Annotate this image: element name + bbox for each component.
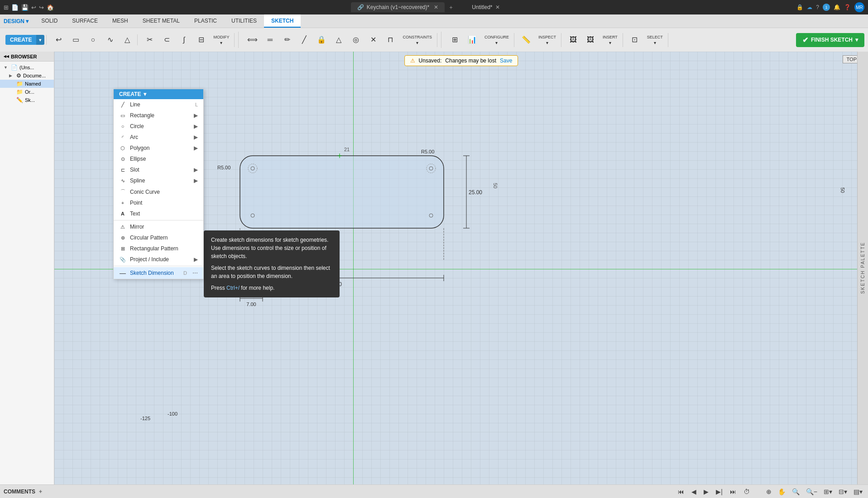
tool-trim[interactable]: ⊂ [158,34,175,45]
tool-scissors[interactable]: ✂ [141,34,158,45]
pan-btn[interactable]: ✋ [776,487,787,496]
tool-triangle[interactable]: △ [331,34,347,45]
tree-item-2[interactable]: 📁 Named [0,80,54,88]
add-comment-icon[interactable]: + [39,488,42,495]
help2-icon[interactable]: ❓ [844,4,851,10]
tool-h-line[interactable]: ═ [262,34,278,45]
playback-next[interactable]: ▶| [714,487,724,496]
modify-dropdown[interactable]: MODIFY▾ [210,33,232,47]
create-button[interactable]: CREATE [5,35,36,45]
tool-slash[interactable]: ╱ [296,34,312,45]
sketch-dimension-options-icon[interactable]: ⋯ [192,270,198,276]
tool-x-mark[interactable]: ✕ [365,34,381,45]
cloud-icon[interactable]: ☁ [807,4,812,10]
save-button[interactable]: Save [500,57,512,64]
playback-play[interactable]: ▶ [702,487,710,496]
menu-item-circle[interactable]: ○ Circle ▶ [114,121,203,132]
tool-lock[interactable]: 🔒 [313,34,330,45]
grid-options[interactable]: ⊟▾ [837,487,849,496]
tab-sheet-metal[interactable]: SHEET METAL [135,14,187,28]
menu-item-point[interactable]: + Point [114,197,203,208]
tool-arc-left[interactable]: ↩ [50,34,67,45]
tab-sketch[interactable]: SKETCH [264,14,301,28]
menu-item-slot[interactable]: ⊏ Slot ▶ [114,164,203,175]
constraints-dropdown[interactable]: CONSTRAINTS▾ [399,33,435,47]
menu-item-rectangle[interactable]: ▭ Rectangle ▶ [114,110,203,121]
tab-solid[interactable]: SOLID [34,14,65,28]
active-tab[interactable]: 🔗 Keychain (v1~recovered)* ✕ [351,2,445,12]
polygon-arrow: ▶ [194,145,198,151]
tab-utilities[interactable]: UTILITIES [224,14,264,28]
inspect-dropdown[interactable]: INSPECT▾ [535,33,559,47]
file-icon[interactable]: 📄 [11,4,19,11]
tool-insert-canvas[interactable]: 🖼 [565,34,581,45]
user-avatar[interactable]: MR [854,2,864,12]
menu-item-mirror[interactable]: ⚠ Mirror [114,221,203,232]
tool-offset[interactable]: ⊟ [193,34,209,45]
tool-ruler[interactable]: 📏 [518,34,534,45]
new-tab-btn[interactable]: ＋ [448,4,454,11]
zoom-out-btn[interactable]: 🔍− [804,487,819,496]
menu-item-ellipse[interactable]: ⊙ Ellipse [114,153,203,164]
zoom-btn[interactable]: 🔍 [790,487,801,496]
configure-dropdown[interactable]: CONFIGURE▾ [481,33,512,47]
undo-icon[interactable]: ↩ [31,4,36,11]
playback-prev[interactable]: ◀ [690,487,698,496]
tool-config2[interactable]: 📊 [464,34,480,45]
tool-bracket[interactable]: ⊓ [382,34,398,45]
tab-plastic[interactable]: PLASTIC [187,14,224,28]
notification-badge[interactable]: 1 [823,4,830,11]
tool-rectangle[interactable]: ▭ [67,34,84,45]
sidebar-collapse-icon[interactable]: ◂◂ [4,53,9,59]
tool-config1[interactable]: ⊞ [447,34,463,45]
checkmark-icon: ✔ [802,36,808,44]
tool-dimension[interactable]: ⟺ [244,34,261,45]
text-icon: A [119,211,126,216]
menu-item-circular-pattern[interactable]: ⊛ Circular Pattern [114,232,203,243]
create-dropdown-arrow[interactable]: ▾ [36,35,44,45]
tab-close[interactable]: ✕ [434,4,438,10]
untitled-close[interactable]: ✕ [495,4,500,10]
select-dropdown[interactable]: SELECT▾ [644,33,666,47]
apps-icon[interactable]: ⊞ [4,4,9,11]
insert-dropdown[interactable]: INSERT▾ [599,33,621,47]
tool-pen[interactable]: ✏ [279,34,295,45]
tool-spline[interactable]: ∿ [102,34,118,45]
menu-item-spline[interactable]: ∿ Spline ▶ [114,175,203,186]
view-options[interactable]: ⊞▾ [822,487,834,496]
tree-item-3[interactable]: 📁 Or... [0,88,54,96]
display-options[interactable]: ▤▾ [852,487,864,496]
menu-item-conic[interactable]: ⌒ Conic Curve [114,186,203,197]
menu-item-line[interactable]: ╱ Line L [114,99,203,110]
tree-item-0[interactable]: ▼ 📄 (Uns... [0,63,54,72]
tool-insert-img[interactable]: 🖼 [582,34,599,45]
home-icon[interactable]: 🏠 [47,4,54,11]
tool-fillet[interactable]: ∫ [176,34,192,45]
tool-circle[interactable]: ○ [85,34,101,45]
menu-item-text[interactable]: A Text [114,208,203,219]
tree-item-4[interactable]: ✏️ Sk... [0,96,54,104]
finish-sketch-button[interactable]: ✔ FINISH SKETCH ▾ [796,33,864,47]
dropdown-header: CREATE ▾ [114,89,203,99]
tool-polygon[interactable]: △ [119,34,135,45]
tree-item-1[interactable]: ▶ ⚙ Docume... [0,72,54,80]
tool-select[interactable]: ⊡ [627,34,643,45]
fit-view-btn[interactable]: ⊕ [764,487,773,496]
bell-icon[interactable]: 🔔 [834,4,840,10]
tool-circle2[interactable]: ◎ [348,34,364,45]
tab-surface[interactable]: SURFACE [65,14,105,28]
playback-start[interactable]: ⏮ [676,487,686,496]
menu-item-rectangular-pattern[interactable]: ⊞ Rectangular Pattern [114,243,203,254]
arc-arrow: ▶ [194,134,198,140]
tab-mesh[interactable]: MESH [105,14,135,28]
redo-icon[interactable]: ↪ [39,4,44,11]
design-dropdown[interactable]: DESIGN ▾ [4,18,29,24]
playback-end[interactable]: ⏭ [728,487,738,496]
menu-item-sketch-dimension[interactable]: — Sketch Dimension D ⋯ [114,267,203,279]
help-icon[interactable]: ? [816,4,819,10]
timeline-icon[interactable]: ⏱ [742,487,752,496]
save-icon[interactable]: 💾 [21,4,29,11]
menu-item-project-include[interactable]: 📎 Project / Include ▶ [114,254,203,265]
menu-item-arc[interactable]: ◜ Arc ▶ [114,132,203,143]
menu-item-polygon[interactable]: ⬡ Polygon ▶ [114,143,203,153]
